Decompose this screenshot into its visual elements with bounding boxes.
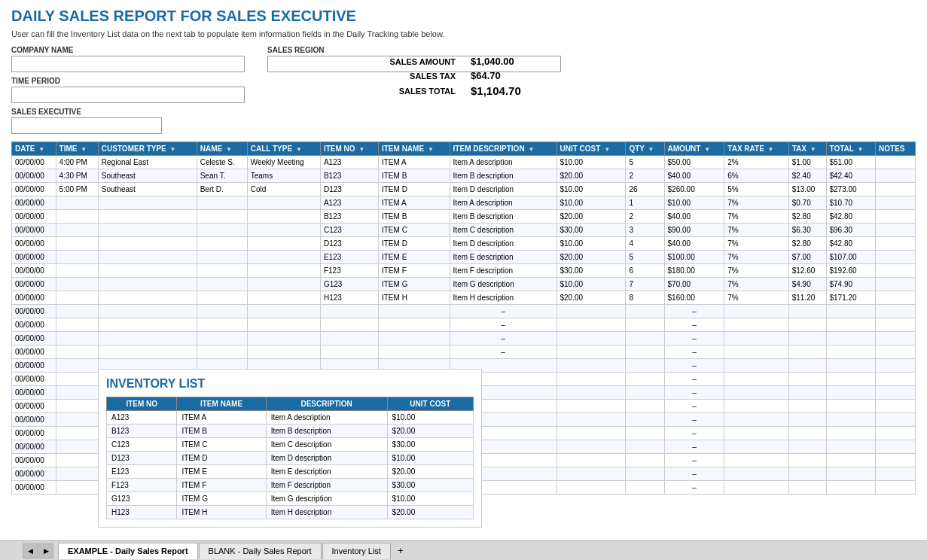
inventory-cell: ITEM H <box>177 506 266 519</box>
table-cell: 5 <box>626 156 664 169</box>
col-customer-type[interactable]: CUSTOMER TYPE ▼ <box>98 142 197 156</box>
table-cell <box>557 440 626 454</box>
table-cell <box>56 440 98 454</box>
col-qty[interactable]: QTY ▼ <box>626 142 664 156</box>
table-row: 00/00/005:00 PMSoutheastBert D.ColdD123I… <box>12 183 916 196</box>
table-cell: Item C description <box>450 224 557 237</box>
table-cell: $40.00 <box>664 210 724 224</box>
table-cell: Item D description <box>450 237 557 251</box>
tab-1[interactable]: BLANK - Daily Sales Report <box>199 543 322 559</box>
table-cell <box>56 251 98 264</box>
company-name-input[interactable] <box>11 56 245 72</box>
table-cell: $10.00 <box>664 196 724 210</box>
sales-total-value: $1,104.70 <box>471 84 521 97</box>
table-cell: ITEM E <box>378 251 450 264</box>
tab-next-button[interactable]: ▶ <box>38 543 53 558</box>
table-cell: Regional East <box>98 156 197 169</box>
table-cell <box>788 481 826 495</box>
col-item-no[interactable]: ITEM NO ▼ <box>320 142 378 156</box>
table-cell <box>724 467 788 481</box>
sales-total-row: SALES TOTAL $1,104.70 <box>358 84 521 97</box>
table-cell <box>724 345 788 359</box>
sales-executive-input[interactable] <box>11 117 162 134</box>
table-cell <box>626 332 664 345</box>
table-cell <box>56 318 98 332</box>
col-time[interactable]: TIME ▼ <box>56 142 98 156</box>
table-cell: 5 <box>626 251 664 264</box>
col-item-description[interactable]: ITEM DESCRIPTION ▼ <box>450 142 557 156</box>
table-row: 00/00/00F123ITEM FItem F description$30.… <box>12 264 916 278</box>
table-cell <box>826 427 876 440</box>
table-cell <box>724 427 788 440</box>
tab-0[interactable]: EXAMPLE - Daily Sales Report <box>58 543 198 559</box>
table-cell: 7% <box>724 264 788 278</box>
table-cell: ITEM A <box>378 196 450 210</box>
table-cell <box>724 332 788 345</box>
table-row: 00/00/00–– <box>12 318 916 332</box>
table-cell: – <box>664 373 724 386</box>
table-cell <box>826 373 876 386</box>
col-total[interactable]: TOTAL ▼ <box>826 142 876 156</box>
table-cell <box>56 345 98 359</box>
table-cell <box>557 345 626 359</box>
table-row: 00/00/004:00 PMRegional EastCeleste S.We… <box>12 156 916 169</box>
table-cell <box>557 454 626 467</box>
table-cell <box>56 467 98 481</box>
col-name[interactable]: NAME ▼ <box>197 142 247 156</box>
table-cell: ITEM A <box>378 156 450 169</box>
table-cell <box>557 413 626 427</box>
inventory-cell: B123 <box>107 425 177 438</box>
table-cell <box>247 345 320 359</box>
table-cell <box>826 481 876 495</box>
table-cell: 00/00/00 <box>12 237 56 251</box>
inventory-cell: ITEM E <box>177 465 266 479</box>
col-call-type[interactable]: CALL TYPE ▼ <box>247 142 320 156</box>
time-period-label: TIME PERIOD <box>11 77 245 85</box>
inventory-title: INVENTORY LIST <box>106 377 474 391</box>
table-cell: 00/00/00 <box>12 454 56 467</box>
tab-add-button[interactable]: + <box>392 543 410 558</box>
sales-tax-row: SALES TAX $64.70 <box>358 70 521 81</box>
table-cell <box>378 305 450 318</box>
table-cell <box>98 251 197 264</box>
col-date[interactable]: DATE ▼ <box>12 142 56 156</box>
table-cell: – <box>664 345 724 359</box>
table-cell: 8 <box>626 291 664 305</box>
inventory-cell: $10.00 <box>387 411 473 425</box>
table-cell <box>876 305 916 318</box>
table-cell <box>788 440 826 454</box>
table-cell: – <box>450 345 557 359</box>
table-cell <box>876 359 916 373</box>
col-unit-cost[interactable]: UNIT COST ▼ <box>557 142 626 156</box>
table-cell: Southeast <box>98 169 197 183</box>
table-cell: Celeste S. <box>197 156 247 169</box>
table-cell <box>876 454 916 467</box>
inventory-cell: Item D description <box>266 452 387 465</box>
inventory-row: A123ITEM AItem A description$10.00 <box>107 411 474 425</box>
inv-col-description: DESCRIPTION <box>266 397 387 411</box>
table-cell: $180.00 <box>664 264 724 278</box>
tab-prev-button[interactable]: ◀ <box>23 543 38 558</box>
table-cell: Item F description <box>450 264 557 278</box>
col-item-name[interactable]: ITEM NAME ▼ <box>378 142 450 156</box>
table-cell: $10.00 <box>557 183 626 196</box>
table-cell: 00/00/00 <box>12 332 56 345</box>
inventory-cell: ITEM F <box>177 479 266 492</box>
sales-executive-group: SALES EXECUTIVE <box>11 108 162 134</box>
tab-2[interactable]: Inventory List <box>322 543 391 559</box>
inv-col-unit-cost: UNIT COST <box>387 397 473 411</box>
inventory-cell: ITEM A <box>177 411 266 425</box>
col-tax-rate[interactable]: TAX RATE ▼ <box>724 142 788 156</box>
table-cell: $4.90 <box>788 278 826 291</box>
table-cell <box>724 373 788 386</box>
table-cell <box>247 278 320 291</box>
table-cell: 00/00/00 <box>12 183 56 196</box>
col-amount[interactable]: AMOUNT ▼ <box>664 142 724 156</box>
col-tax[interactable]: TAX ▼ <box>788 142 826 156</box>
table-cell <box>626 345 664 359</box>
inventory-cell: ITEM C <box>177 438 266 452</box>
time-period-input[interactable] <box>11 87 245 103</box>
table-cell <box>56 264 98 278</box>
subtitle: User can fill the Inventory List data on… <box>11 29 916 38</box>
table-cell: ITEM G <box>378 278 450 291</box>
